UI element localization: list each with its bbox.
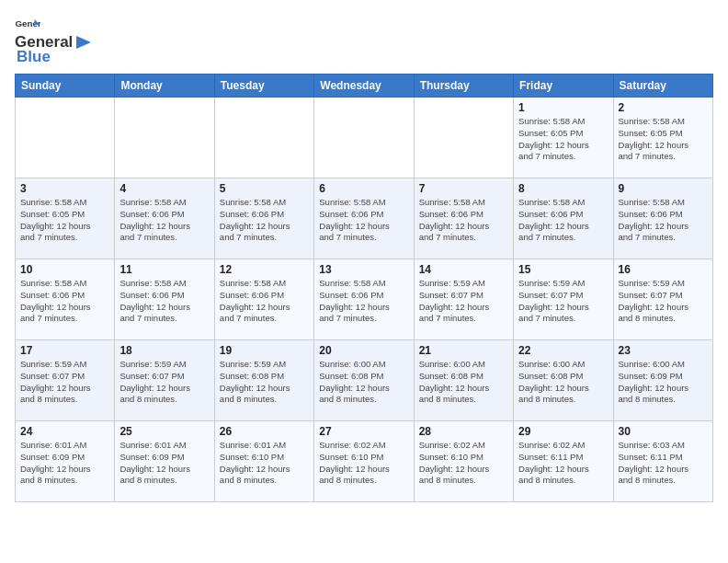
calendar-cell: 10Sunrise: 5:58 AM Sunset: 6:06 PM Dayli… bbox=[16, 259, 115, 340]
day-info: Sunrise: 5:58 AM Sunset: 6:05 PM Dayligh… bbox=[619, 116, 708, 163]
day-info: Sunrise: 5:59 AM Sunset: 6:08 PM Dayligh… bbox=[220, 359, 309, 406]
day-number: 23 bbox=[619, 344, 708, 357]
day-info: Sunrise: 6:01 AM Sunset: 6:10 PM Dayligh… bbox=[220, 440, 309, 487]
day-number: 4 bbox=[119, 182, 209, 195]
day-number: 24 bbox=[20, 425, 109, 438]
day-number: 29 bbox=[518, 425, 608, 438]
calendar-header-row: SundayMondayTuesdayWednesdayThursdayFrid… bbox=[16, 75, 713, 98]
calendar-cell bbox=[115, 98, 214, 178]
calendar-cell bbox=[414, 98, 513, 178]
day-info: Sunrise: 5:58 AM Sunset: 6:06 PM Dayligh… bbox=[220, 278, 309, 325]
day-number: 16 bbox=[619, 263, 708, 276]
calendar-week-5: 24Sunrise: 6:01 AM Sunset: 6:09 PM Dayli… bbox=[16, 421, 713, 502]
day-info: Sunrise: 5:58 AM Sunset: 6:05 PM Dayligh… bbox=[20, 197, 109, 244]
calendar-cell: 24Sunrise: 6:01 AM Sunset: 6:09 PM Dayli… bbox=[16, 421, 115, 502]
day-number: 3 bbox=[20, 182, 109, 195]
day-header-tuesday: Tuesday bbox=[214, 75, 313, 98]
day-number: 13 bbox=[319, 263, 408, 276]
calendar-cell: 25Sunrise: 6:01 AM Sunset: 6:09 PM Dayli… bbox=[115, 421, 214, 502]
day-info: Sunrise: 5:58 AM Sunset: 6:06 PM Dayligh… bbox=[119, 197, 209, 244]
day-number: 19 bbox=[220, 344, 309, 357]
day-info: Sunrise: 6:00 AM Sunset: 6:08 PM Dayligh… bbox=[518, 359, 608, 406]
calendar-week-2: 3Sunrise: 5:58 AM Sunset: 6:05 PM Daylig… bbox=[16, 178, 713, 259]
calendar-cell: 3Sunrise: 5:58 AM Sunset: 6:05 PM Daylig… bbox=[16, 178, 115, 259]
calendar-week-1: 1Sunrise: 5:58 AM Sunset: 6:05 PM Daylig… bbox=[16, 98, 713, 178]
calendar-cell: 26Sunrise: 6:01 AM Sunset: 6:10 PM Dayli… bbox=[214, 421, 313, 502]
day-info: Sunrise: 5:58 AM Sunset: 6:06 PM Dayligh… bbox=[20, 278, 109, 325]
day-number: 1 bbox=[518, 101, 608, 114]
logo-chevron bbox=[74, 34, 95, 51]
calendar-cell: 28Sunrise: 6:02 AM Sunset: 6:10 PM Dayli… bbox=[414, 421, 513, 502]
logo: General General Blue bbox=[15, 15, 95, 66]
calendar-cell: 2Sunrise: 5:58 AM Sunset: 6:05 PM Daylig… bbox=[613, 98, 712, 178]
calendar-cell: 19Sunrise: 5:59 AM Sunset: 6:08 PM Dayli… bbox=[214, 340, 313, 421]
day-number: 14 bbox=[419, 263, 508, 276]
day-info: Sunrise: 5:58 AM Sunset: 6:06 PM Dayligh… bbox=[319, 197, 408, 244]
day-number: 22 bbox=[518, 344, 608, 357]
svg-marker-2 bbox=[76, 36, 91, 49]
day-info: Sunrise: 6:01 AM Sunset: 6:09 PM Dayligh… bbox=[20, 440, 109, 487]
day-info: Sunrise: 6:02 AM Sunset: 6:11 PM Dayligh… bbox=[518, 440, 608, 487]
calendar-table: SundayMondayTuesdayWednesdayThursdayFrid… bbox=[15, 74, 713, 502]
day-number: 18 bbox=[119, 344, 209, 357]
calendar-cell bbox=[16, 98, 115, 178]
day-number: 12 bbox=[220, 263, 309, 276]
day-info: Sunrise: 5:58 AM Sunset: 6:06 PM Dayligh… bbox=[220, 197, 309, 244]
day-info: Sunrise: 5:59 AM Sunset: 6:07 PM Dayligh… bbox=[419, 278, 508, 325]
calendar-cell: 13Sunrise: 5:58 AM Sunset: 6:06 PM Dayli… bbox=[314, 259, 414, 340]
calendar-cell: 7Sunrise: 5:58 AM Sunset: 6:06 PM Daylig… bbox=[414, 178, 513, 259]
day-info: Sunrise: 6:01 AM Sunset: 6:09 PM Dayligh… bbox=[119, 440, 209, 487]
day-info: Sunrise: 5:58 AM Sunset: 6:05 PM Dayligh… bbox=[518, 116, 608, 163]
day-info: Sunrise: 5:59 AM Sunset: 6:07 PM Dayligh… bbox=[119, 359, 209, 406]
day-number: 6 bbox=[319, 182, 408, 195]
calendar-body: 1Sunrise: 5:58 AM Sunset: 6:05 PM Daylig… bbox=[16, 98, 713, 502]
day-info: Sunrise: 5:59 AM Sunset: 6:07 PM Dayligh… bbox=[20, 359, 109, 406]
day-info: Sunrise: 5:58 AM Sunset: 6:06 PM Dayligh… bbox=[518, 197, 608, 244]
day-info: Sunrise: 6:00 AM Sunset: 6:09 PM Dayligh… bbox=[619, 359, 708, 406]
calendar-cell: 29Sunrise: 6:02 AM Sunset: 6:11 PM Dayli… bbox=[514, 421, 613, 502]
day-number: 7 bbox=[419, 182, 508, 195]
day-number: 10 bbox=[20, 263, 109, 276]
calendar-cell: 4Sunrise: 5:58 AM Sunset: 6:06 PM Daylig… bbox=[115, 178, 214, 259]
day-header-wednesday: Wednesday bbox=[314, 75, 414, 98]
day-header-sunday: Sunday bbox=[16, 75, 115, 98]
day-header-saturday: Saturday bbox=[613, 75, 712, 98]
day-info: Sunrise: 5:58 AM Sunset: 6:06 PM Dayligh… bbox=[119, 278, 209, 325]
calendar-cell bbox=[214, 98, 313, 178]
day-number: 5 bbox=[220, 182, 309, 195]
calendar-cell: 30Sunrise: 6:03 AM Sunset: 6:11 PM Dayli… bbox=[613, 421, 712, 502]
day-header-monday: Monday bbox=[115, 75, 214, 98]
calendar-cell: 15Sunrise: 5:59 AM Sunset: 6:07 PM Dayli… bbox=[514, 259, 613, 340]
calendar-cell: 6Sunrise: 5:58 AM Sunset: 6:06 PM Daylig… bbox=[314, 178, 414, 259]
day-number: 8 bbox=[518, 182, 608, 195]
day-number: 26 bbox=[220, 425, 309, 438]
day-info: Sunrise: 5:59 AM Sunset: 6:07 PM Dayligh… bbox=[518, 278, 608, 325]
calendar-cell: 20Sunrise: 6:00 AM Sunset: 6:08 PM Dayli… bbox=[314, 340, 414, 421]
day-number: 25 bbox=[119, 425, 209, 438]
calendar-week-3: 10Sunrise: 5:58 AM Sunset: 6:06 PM Dayli… bbox=[16, 259, 713, 340]
day-number: 2 bbox=[619, 101, 708, 114]
day-number: 20 bbox=[319, 344, 408, 357]
calendar-cell: 18Sunrise: 5:59 AM Sunset: 6:07 PM Dayli… bbox=[115, 340, 214, 421]
calendar-cell: 9Sunrise: 5:58 AM Sunset: 6:06 PM Daylig… bbox=[613, 178, 712, 259]
day-number: 11 bbox=[119, 263, 209, 276]
day-info: Sunrise: 5:58 AM Sunset: 6:06 PM Dayligh… bbox=[319, 278, 408, 325]
calendar-cell: 27Sunrise: 6:02 AM Sunset: 6:10 PM Dayli… bbox=[314, 421, 414, 502]
calendar-cell: 23Sunrise: 6:00 AM Sunset: 6:09 PM Dayli… bbox=[613, 340, 712, 421]
calendar-cell: 8Sunrise: 5:58 AM Sunset: 6:06 PM Daylig… bbox=[514, 178, 613, 259]
calendar-cell: 17Sunrise: 5:59 AM Sunset: 6:07 PM Dayli… bbox=[16, 340, 115, 421]
day-number: 17 bbox=[20, 344, 109, 357]
calendar-cell bbox=[314, 98, 414, 178]
logo-icon: General bbox=[15, 17, 40, 33]
calendar-cell: 1Sunrise: 5:58 AM Sunset: 6:05 PM Daylig… bbox=[514, 98, 613, 178]
calendar-week-4: 17Sunrise: 5:59 AM Sunset: 6:07 PM Dayli… bbox=[16, 340, 713, 421]
day-info: Sunrise: 6:03 AM Sunset: 6:11 PM Dayligh… bbox=[619, 440, 708, 487]
day-info: Sunrise: 5:58 AM Sunset: 6:06 PM Dayligh… bbox=[619, 197, 708, 244]
calendar-cell: 21Sunrise: 6:00 AM Sunset: 6:08 PM Dayli… bbox=[414, 340, 513, 421]
day-info: Sunrise: 6:02 AM Sunset: 6:10 PM Dayligh… bbox=[419, 440, 508, 487]
calendar-cell: 11Sunrise: 5:58 AM Sunset: 6:06 PM Dayli… bbox=[115, 259, 214, 340]
day-info: Sunrise: 6:02 AM Sunset: 6:10 PM Dayligh… bbox=[319, 440, 408, 487]
day-number: 28 bbox=[419, 425, 508, 438]
day-info: Sunrise: 6:00 AM Sunset: 6:08 PM Dayligh… bbox=[419, 359, 508, 406]
calendar-cell: 22Sunrise: 6:00 AM Sunset: 6:08 PM Dayli… bbox=[514, 340, 613, 421]
